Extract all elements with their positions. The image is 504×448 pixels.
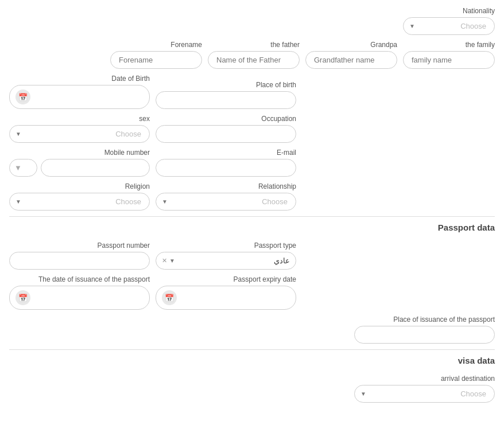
passport-type-controls: ✕ ▼ (162, 257, 175, 264)
relationship-value: Choose (170, 197, 290, 206)
family-name-input[interactable] (403, 51, 495, 69)
relationship-arrow-icon: ▼ (162, 198, 168, 205)
place-birth-input[interactable] (156, 91, 296, 109)
nationality-label: Nationality (463, 7, 495, 15)
passport-section-header: Passport data (9, 216, 495, 236)
expiry-date-calendar-icon: 📅 (162, 290, 177, 305)
passport-issuance-place-input[interactable] (354, 326, 495, 344)
issuance-date-calendar-icon: 📅 (15, 290, 30, 305)
mobile-number-input[interactable] (41, 159, 150, 177)
father-name-input[interactable] (208, 51, 300, 69)
sex-label: sex (139, 115, 150, 123)
passport-type-value: عادي (274, 256, 290, 265)
sex-select[interactable]: ▼ Choose (9, 125, 150, 143)
nationality-select[interactable]: ▼ Choose (403, 17, 495, 35)
religion-arrow-icon: ▼ (15, 198, 21, 205)
email-label: E-mail (277, 149, 296, 157)
passport-issuance-date-label: The date of issuance of the passport (38, 275, 150, 283)
mobile-label: Mobile number (104, 149, 150, 157)
relationship-label: Relationship (258, 182, 296, 190)
family-label: the family (466, 41, 495, 49)
religion-label: Religion (125, 182, 150, 190)
passport-number-input[interactable] (9, 252, 150, 270)
dob-label: Date of Birth (111, 75, 150, 83)
occupation-label: Occupation (261, 115, 296, 123)
grandpa-label: Grandpa (370, 41, 397, 49)
mobile-group: ▼ (9, 159, 150, 177)
passport-number-label: Passport number (98, 241, 150, 250)
religion-select[interactable]: ▼ Choose (9, 193, 150, 211)
dob-date-input[interactable]: 📅 (9, 85, 150, 109)
arrival-destination-arrow-icon: ▼ (360, 391, 366, 397)
arrival-destination-value: Choose (369, 389, 489, 398)
passport-type-select[interactable]: ✕ ▼ عادي (156, 252, 296, 270)
arrival-destination-label: arrival destination (441, 375, 495, 383)
occupation-input[interactable] (156, 125, 296, 143)
father-label: the father (270, 41, 300, 49)
passport-issuance-date-input[interactable]: 📅 (9, 286, 150, 310)
mobile-country-arrow-icon: ▼ (14, 163, 22, 172)
dob-calendar-icon: 📅 (15, 89, 30, 104)
email-input[interactable] (156, 159, 296, 177)
place-birth-label: Place of birth (256, 81, 296, 89)
passport-type-label: Passport type (254, 241, 296, 250)
arrival-destination-select[interactable]: ▼ Choose (354, 385, 495, 403)
passport-expiry-label: Passport expiry date (234, 275, 296, 283)
relationship-select[interactable]: ▼ Choose (156, 193, 296, 211)
forename-input[interactable] (110, 51, 202, 69)
mobile-country-select[interactable]: ▼ (9, 159, 37, 177)
grandfather-name-input[interactable] (305, 51, 397, 69)
nationality-arrow-icon: ▼ (409, 23, 415, 29)
visa-section-header: visa data (9, 349, 495, 369)
nationality-value: Choose (417, 22, 489, 30)
passport-expiry-date-input[interactable]: 📅 (156, 286, 296, 310)
forename-label: Forename (170, 41, 202, 49)
religion-value: Choose (24, 197, 144, 206)
passport-type-clear-icon[interactable]: ✕ (162, 257, 167, 264)
sex-value: Choose (24, 130, 144, 138)
sex-arrow-icon: ▼ (15, 131, 21, 137)
passport-issuance-place-label: Place of issuance of the passport (393, 315, 495, 324)
passport-type-arrow-icon: ▼ (169, 258, 175, 264)
